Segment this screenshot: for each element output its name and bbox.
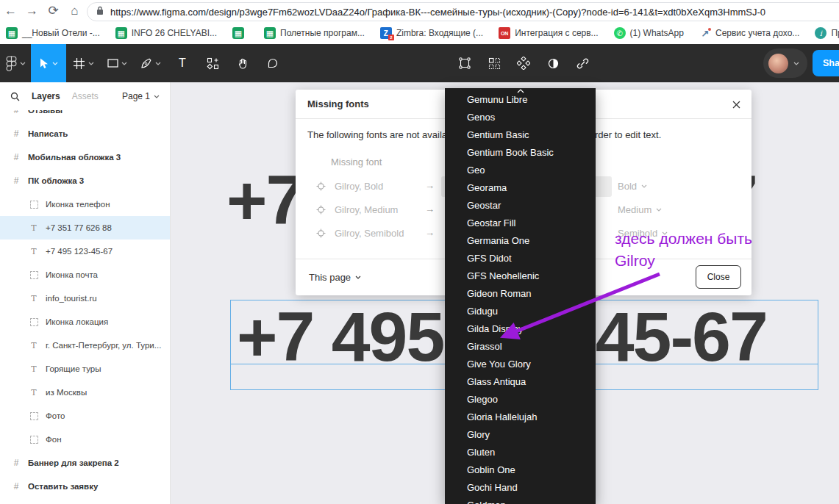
edit-object-button[interactable] (450, 44, 479, 82)
figma-menu-button[interactable] (0, 44, 31, 82)
tab-layers[interactable]: Layers (32, 91, 60, 101)
font-menu-item[interactable]: Goblin One (445, 461, 596, 479)
text-tool-button[interactable]: T (168, 44, 197, 82)
search-icon[interactable] (10, 92, 20, 101)
bookmark-item[interactable]: Полетные програм... (264, 27, 365, 39)
font-menu-item[interactable]: Germania One (445, 232, 596, 250)
font-menu-item[interactable]: Girassol (445, 338, 596, 356)
layer-row[interactable]: Оставить заявку (0, 475, 170, 498)
mask-button[interactable] (538, 44, 568, 82)
font-menu-item[interactable]: Genos (445, 109, 596, 126)
layer-row[interactable]: Горящие туры (0, 357, 170, 381)
forward-icon[interactable]: → (21, 0, 43, 22)
layer-row[interactable]: г. Санкт-Петербург, ул. Тури... (0, 334, 170, 357)
component-button[interactable] (509, 44, 538, 82)
move-tool-button[interactable] (31, 44, 66, 82)
bookmark-item[interactable]: INFO 26 CHELYABI... (115, 27, 217, 39)
layer-label: +7 495 123-45-67 (46, 247, 118, 256)
reload-icon[interactable]: ⟳ (43, 0, 64, 22)
account-menu[interactable] (763, 48, 807, 78)
pen-tool-button[interactable] (134, 44, 168, 82)
font-menu-item[interactable]: Give You Glory (445, 356, 596, 373)
close-icon[interactable] (728, 96, 744, 112)
tidy-grid-button[interactable] (479, 44, 509, 82)
font-menu-item[interactable]: Glass Antiqua (445, 373, 596, 391)
bookmark-item[interactable]: Сервис учета дохо... (699, 27, 799, 39)
target-icon[interactable] (316, 228, 326, 240)
font-menu-item[interactable]: GFS Didot (445, 250, 596, 267)
font-menu-item[interactable]: Gluten (445, 444, 596, 461)
layer-type-icon (10, 152, 22, 162)
bookmark-item[interactable]: __Новый Отели -... (6, 27, 100, 39)
bookmark-favicon (232, 27, 244, 39)
bookmark-item[interactable] (232, 27, 249, 39)
resources-tool-button[interactable] (197, 44, 228, 82)
scope-selector[interactable]: This page (309, 272, 361, 283)
layer-row[interactable]: Иконка локация (0, 310, 170, 334)
frame-tool-button[interactable] (66, 44, 100, 82)
font-menu-item[interactable]: Gemunu Libre (445, 91, 596, 109)
layer-row[interactable]: Мобильная обложка 3 (0, 145, 170, 169)
layer-row[interactable]: +7 495 123-45-67 (0, 240, 170, 263)
font-menu-item[interactable]: Gentium Basic (445, 126, 596, 144)
layer-row[interactable]: Иконка почта (0, 263, 170, 287)
target-icon[interactable] (316, 181, 326, 193)
layer-row[interactable]: +7 351 77 626 88 (0, 216, 170, 240)
font-menu-item[interactable]: Glegoo (445, 391, 596, 408)
layer-row[interactable]: Иконка телефон (0, 192, 170, 216)
layer-row[interactable]: info_tourist.ru (0, 287, 170, 310)
font-menu-item[interactable]: Geo (445, 162, 596, 179)
layer-row[interactable]: Фон (0, 428, 170, 451)
bookmark-item[interactable]: Интеграция с серв... (499, 27, 598, 39)
replacement-weight-select[interactable]: Medium (618, 204, 662, 215)
layer-label: Фон (46, 435, 68, 444)
font-menu-item[interactable]: Gloria Hallelujah (445, 408, 596, 426)
font-menu-item[interactable]: GFS Neohellenic (445, 267, 596, 285)
font-menu-item[interactable]: Gentium Book Basic (445, 144, 596, 162)
layer-row[interactable]: Написать (0, 122, 170, 145)
font-menu-item[interactable]: Goldman (445, 497, 596, 504)
bookmark-label: (1) WhatsApp (630, 28, 684, 38)
font-menu-item[interactable]: Georama (445, 179, 596, 197)
font-menu-item[interactable]: Geostar (445, 197, 596, 215)
bookmark-label: Интеграция с серв... (515, 28, 598, 38)
font-menu-item[interactable]: Geostar Fill (445, 215, 596, 232)
link-button[interactable] (568, 44, 597, 82)
chevron-down-icon (88, 62, 94, 65)
layer-row[interactable]: Баннер для закрепа 2 (0, 451, 170, 475)
layer-type-icon (28, 364, 40, 374)
bookmark-item[interactable]: Zimbra: Входящие (... (380, 27, 483, 39)
home-icon[interactable]: ⌂ (64, 0, 85, 22)
font-menu-item[interactable]: Gideon Roman (445, 285, 596, 303)
back-icon[interactable]: ← (0, 0, 21, 22)
chevron-down-icon (656, 208, 662, 212)
chevron-down-icon (641, 184, 647, 188)
bookmark-label: Zimbra: Входящие (... (396, 28, 483, 38)
layer-label: Оставить заявку (28, 482, 104, 491)
layer-type-icon (10, 176, 22, 186)
address-bar[interactable]: https://www.figma.com/design/p3wge7Fm62w… (87, 2, 839, 21)
annotation-note: здесь должен быть Gilroy (615, 228, 752, 272)
hand-tool-button[interactable] (228, 44, 257, 82)
layer-row[interactable]: ПК обложка 3 (0, 169, 170, 192)
bookmark-item[interactable]: (1) WhatsApp (614, 27, 684, 39)
share-button[interactable]: Share (813, 50, 839, 76)
layer-type-icon (28, 223, 40, 233)
tab-assets[interactable]: Assets (72, 91, 99, 101)
target-icon[interactable] (316, 205, 326, 217)
shape-tool-button[interactable] (100, 44, 134, 82)
arrow-right-icon: → (425, 180, 435, 191)
layer-row[interactable]: из Москвы (0, 381, 170, 404)
font-menu-item[interactable]: Glory (445, 426, 596, 444)
missing-font-name: Gilroy, Bold (335, 181, 383, 192)
font-menu-item[interactable]: Gidugu (445, 303, 596, 320)
replacement-weight-select[interactable]: Bold (618, 181, 647, 192)
font-menu-item[interactable]: Gilda Display (445, 320, 596, 338)
comment-tool-button[interactable] (257, 44, 288, 82)
font-menu-item[interactable]: Gochi Hand (445, 479, 596, 497)
layer-row[interactable]: Фото (0, 404, 170, 428)
missing-font-name: Gilroy, Medium (335, 204, 398, 215)
bookmark-item[interactable]: Программы (815, 27, 839, 39)
page-selector[interactable]: Page 1 (122, 91, 160, 101)
bookmark-favicon (264, 27, 276, 39)
